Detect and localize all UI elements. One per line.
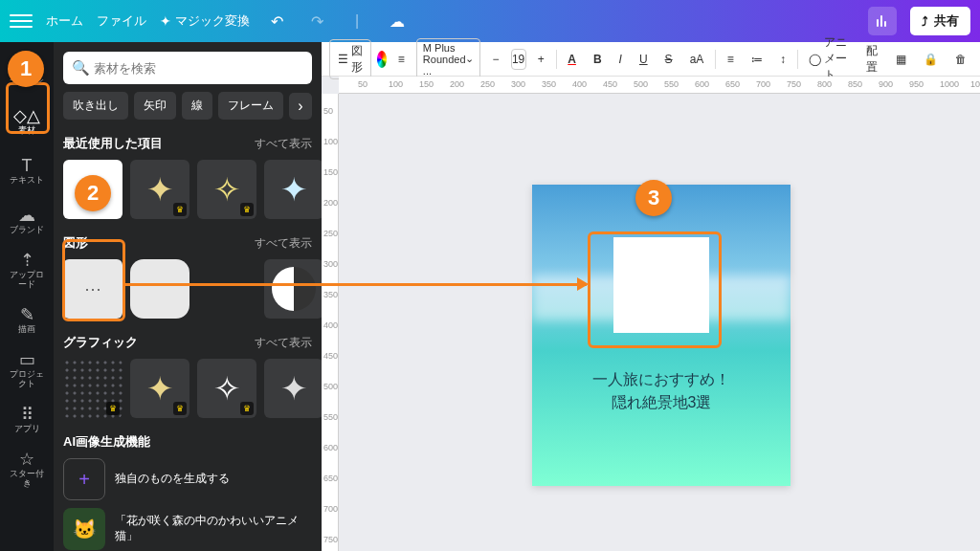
chip-arrow[interactable]: 矢印: [134, 92, 176, 120]
ai-thumb-icon: 🐱: [63, 508, 105, 550]
crown-icon: ♛: [173, 402, 187, 415]
spacing[interactable]: ↕: [774, 49, 791, 70]
artboard[interactable]: 一人旅におすすめ！ 隠れ絶景地3選: [532, 185, 791, 486]
chip-line[interactable]: 線: [182, 92, 212, 120]
upload-icon: ⤴: [922, 14, 928, 29]
nav-file[interactable]: ファイル: [97, 12, 146, 30]
sparkle-icon: ✦: [160, 13, 171, 29]
graphics-seeall[interactable]: すべて表示: [255, 335, 312, 351]
section-ai: AI画像生成機能 + 独自のものを生成する 🐱 「花が咲く森の中のかわいいアニメ…: [54, 428, 322, 551]
chip-more[interactable]: ›: [289, 93, 312, 120]
crown-icon: ♛: [240, 203, 254, 216]
position-button[interactable]: 配置: [860, 39, 884, 79]
ai-prompt-example[interactable]: 🐱 「花が咲く森の中のかわいいアニメ猫」: [63, 508, 312, 550]
rail-elements[interactable]: ◇△素材: [6, 98, 48, 145]
anno-marker-3: 3: [635, 180, 672, 216]
search-icon: 🔍: [72, 59, 90, 77]
case[interactable]: aA: [684, 49, 710, 70]
anno-marker-1: 1: [8, 51, 44, 87]
nav-home[interactable]: ホーム: [46, 12, 83, 30]
delete-icon[interactable]: 🗑: [949, 49, 972, 70]
rail-draw[interactable]: ✎描画: [6, 297, 48, 344]
thumb-shape-square[interactable]: ⋯: [63, 259, 122, 319]
thumb-recent-3[interactable]: ✧♛: [197, 160, 256, 219]
graphics-title: グラフィック: [63, 334, 138, 351]
text-color[interactable]: A: [562, 49, 582, 70]
thumb-shape-rounded[interactable]: [130, 259, 189, 319]
anno-marker-2: 2: [75, 175, 111, 211]
divider-icon: |: [344, 8, 370, 34]
canvas-area: ☰ 図形 ≡ M Plus Rounded ...⌄ − 19 + A B I …: [322, 42, 980, 551]
undo-icon[interactable]: ↶: [263, 8, 290, 34]
lock-icon[interactable]: 🔒: [918, 49, 944, 70]
thumb-recent-4[interactable]: ✦: [264, 160, 322, 219]
magic-transform[interactable]: ✦ マジック変換: [160, 12, 250, 30]
font-plus[interactable]: +: [532, 49, 550, 70]
white-square-element[interactable]: [613, 237, 709, 333]
artboard-text[interactable]: 一人旅におすすめ！ 隠れ絶景地3選: [532, 368, 791, 414]
crown-icon: ♛: [240, 402, 254, 415]
thumb-recent-2[interactable]: ✦♛: [130, 160, 189, 219]
elements-panel: 🔍 吹き出し 矢印 線 フレーム › 最近使用した項目 すべて表示 ✦♛ ✧♛ …: [54, 42, 322, 551]
italic[interactable]: I: [613, 49, 628, 70]
recent-seeall[interactable]: すべて表示: [255, 136, 312, 152]
rail-project[interactable]: ▭プロジェクト: [6, 346, 48, 394]
thumb-gfx-1[interactable]: ♛: [63, 359, 122, 418]
chip-frame[interactable]: フレーム: [218, 92, 283, 120]
insights-button[interactable]: [868, 7, 897, 35]
recent-title: 最近使用した項目: [63, 135, 163, 152]
thumb-gfx-3[interactable]: ✧♛: [197, 359, 256, 418]
section-graphics: グラフィック すべて表示 ♛ ✦♛ ✧♛ ✦: [54, 328, 322, 428]
menu-icon[interactable]: [10, 10, 33, 33]
list[interactable]: ≔: [746, 49, 768, 70]
category-chips: 吹き出し 矢印 線 フレーム ›: [54, 92, 322, 129]
chip-speech[interactable]: 吹き出し: [63, 92, 128, 120]
font-size[interactable]: 19: [511, 49, 526, 70]
share-button[interactable]: ⤴ 共有: [910, 7, 970, 35]
shape-type-button[interactable]: ☰ 図形: [329, 39, 371, 79]
anno-arrow: [125, 283, 587, 286]
thumb-gfx-4[interactable]: ✦: [264, 359, 322, 418]
chevron-down-icon: ⌄: [465, 53, 474, 65]
ruler-horizontal: 5010015020025030035040045050055060065070…: [339, 77, 980, 94]
thumb-shape-circle[interactable]: [264, 259, 322, 319]
cloud-sync-icon[interactable]: ☁: [384, 8, 411, 34]
crown-icon: ♛: [173, 203, 187, 216]
search-container: 🔍: [63, 52, 312, 84]
left-rail: ▥デザイン ◇△素材 Tテキスト ☁ブランド ⇡アップロード ✎描画 ▭プロジェ…: [0, 42, 54, 551]
ai-generate-own[interactable]: + 独自のものを生成する: [63, 458, 312, 500]
rail-brand[interactable]: ☁ブランド: [6, 197, 48, 245]
redo-icon[interactable]: ↷: [303, 8, 330, 34]
border-style[interactable]: ≡: [392, 49, 411, 70]
section-shapes: 図形 すべて表示 ⋯: [54, 229, 322, 328]
plus-icon: +: [63, 458, 105, 500]
rail-text[interactable]: Tテキスト: [6, 147, 48, 195]
rail-starred[interactable]: ☆スター付き: [6, 446, 48, 494]
context-toolbar: ☰ 図形 ≡ M Plus Rounded ...⌄ − 19 + A B I …: [322, 42, 980, 77]
canvas-viewport[interactable]: 一人旅におすすめ！ 隠れ絶景地3選: [322, 94, 980, 551]
rail-upload[interactable]: ⇡アップロード: [6, 247, 48, 295]
strike[interactable]: S: [659, 49, 679, 70]
shapes-title: 図形: [63, 234, 88, 252]
crown-icon: ♛: [106, 402, 120, 415]
transparency[interactable]: ▦: [890, 49, 912, 70]
thumb-gfx-2[interactable]: ✦♛: [130, 359, 189, 418]
ai-title: AI画像生成機能: [63, 433, 150, 451]
font-selector[interactable]: M Plus Rounded ...⌄: [416, 38, 481, 80]
font-minus[interactable]: −: [486, 49, 504, 70]
search-input[interactable]: [63, 52, 312, 84]
bold[interactable]: B: [588, 49, 608, 70]
align[interactable]: ≡: [722, 49, 740, 70]
color-picker[interactable]: [377, 51, 387, 68]
underline[interactable]: U: [634, 49, 654, 70]
rail-apps[interactable]: ⠿アプリ: [6, 396, 48, 444]
shapes-seeall[interactable]: すべて表示: [255, 235, 312, 252]
